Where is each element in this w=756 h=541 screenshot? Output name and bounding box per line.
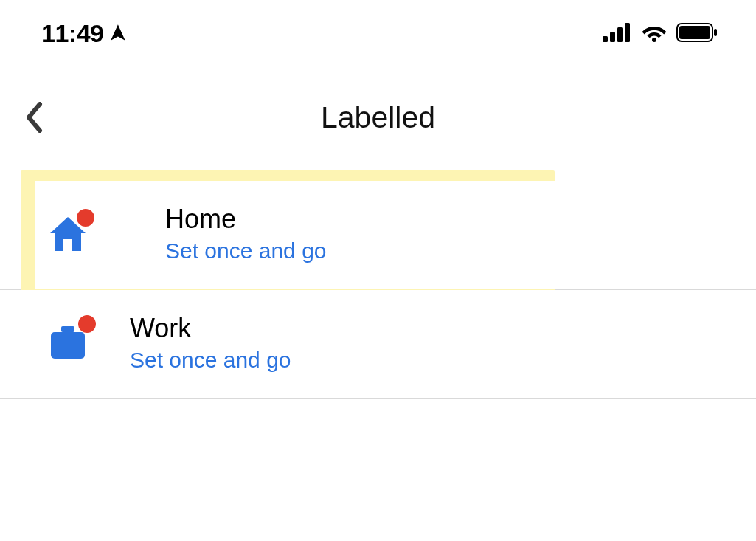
svg-rect-1 [610,32,615,42]
status-left: 11:49 [41,19,128,48]
svg-rect-6 [679,26,710,39]
row-icon-slot [0,323,130,364]
svg-rect-9 [51,332,85,359]
list-row-home-wrapper: Home Set once and go [0,181,756,289]
page-title: Labelled [321,100,435,135]
notification-dot-icon [77,209,94,227]
header: Labelled [0,97,756,138]
status-bar: 11:49 [0,0,756,48]
cellular-icon [603,23,632,45]
row-title: Work [130,315,291,342]
status-time: 11:49 [41,19,103,48]
svg-rect-3 [625,23,630,42]
back-button[interactable] [25,100,59,134]
svg-point-4 [652,38,656,42]
location-icon [109,19,128,48]
labelled-list: Home Set once and go Work Set once and g… [0,181,756,399]
notification-dot-icon [78,315,96,333]
row-subtitle[interactable]: Set once and go [130,349,291,371]
wifi-icon [641,23,667,45]
row-title: Home [165,206,327,232]
row-separator [0,399,756,399]
chevron-left-icon [25,102,43,133]
row-icon-slot [35,213,165,255]
svg-rect-2 [617,27,623,42]
row-text: Work Set once and go [130,315,291,371]
home-icon [47,213,89,255]
list-row-work-wrapper: Work Set once and go [0,290,756,399]
briefcase-icon [47,323,89,364]
row-text: Home Set once and go [165,206,327,262]
list-row-home[interactable]: Home Set once and go [35,181,721,289]
battery-icon [676,23,718,45]
svg-rect-7 [714,29,717,36]
status-right [603,23,718,45]
svg-rect-8 [61,326,74,332]
row-subtitle[interactable]: Set once and go [165,240,327,262]
svg-rect-0 [603,36,608,42]
list-row-work[interactable]: Work Set once and go [0,290,756,399]
